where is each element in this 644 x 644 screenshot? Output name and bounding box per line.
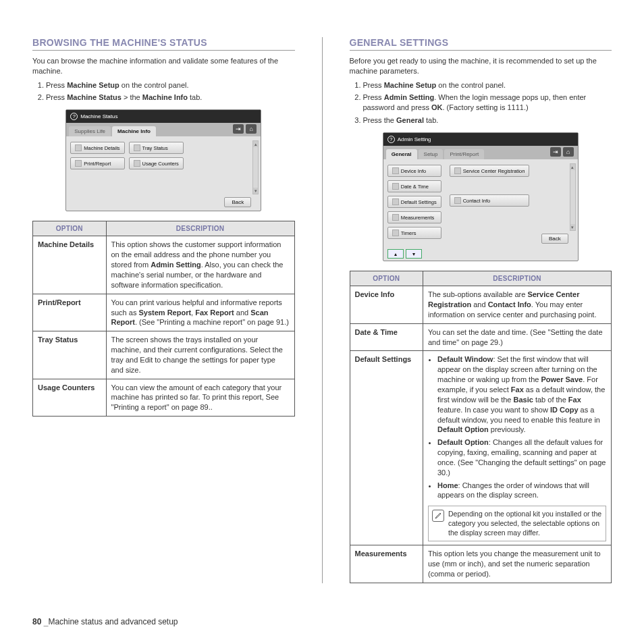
right-intro: Before you get ready to using the machin… <box>350 56 612 76</box>
right-heading: GENERAL SETTINGS <box>350 37 612 51</box>
option-name: Date & Time <box>350 323 423 351</box>
option-name: Default Settings <box>350 351 423 545</box>
tab-machine-info: Machine Info <box>112 126 156 136</box>
th-option: OPTION <box>350 271 423 286</box>
table-row: Default SettingsDefault Window: Set the … <box>350 351 612 545</box>
note-icon <box>432 510 444 522</box>
machine-status-screenshot: ? Machine Status Supplies Life Machine I… <box>65 109 261 211</box>
th-description: DESCRIPTION <box>423 271 612 286</box>
nav-arrows: ▴ ▾ <box>383 247 578 261</box>
scroll-down-icon: ▾ <box>253 188 258 194</box>
back-button: Back <box>541 234 568 244</box>
btn-print-report: Print/Report <box>70 157 124 169</box>
list-item: Press Machine Setup on the control panel… <box>363 80 612 90</box>
ui-title: Machine Status <box>80 113 117 119</box>
btn-tray-status: Tray Status <box>129 142 184 154</box>
footer-title: Machine status and advanced setup <box>48 617 178 626</box>
home-icon: ⌂ <box>246 124 257 134</box>
left-heading: BROWSING THE MACHINE'S STATUS <box>32 37 295 51</box>
ui-titlebar: ? Machine Status <box>66 110 261 123</box>
left-steps: Press Machine Setup on the control panel… <box>32 80 295 103</box>
note-box: Depending on the optional kit you instal… <box>428 506 606 541</box>
btn-timers: Timers <box>387 227 441 239</box>
table-row: Usage CountersYou can view the amount of… <box>33 379 295 417</box>
scrollbar: ▴ ▾ <box>252 140 259 194</box>
list-item: Press the General tab. <box>363 115 612 126</box>
right-column: GENERAL SETTINGS Before you get ready to… <box>350 37 612 583</box>
ui-title: Admin Setting <box>398 136 431 142</box>
page-footer: 80 _Machine status and advanced setup <box>32 617 178 626</box>
btn-usage-counters: Usage Counters <box>129 157 184 169</box>
list-item: Press Admin Setting. When the login mess… <box>363 92 612 113</box>
login-icon: ⇥ <box>233 124 244 134</box>
option-description: This option shows the customer support i… <box>106 236 294 294</box>
option-name: Usage Counters <box>33 379 107 417</box>
option-description: This option lets you change the measurem… <box>423 545 612 583</box>
option-description: You can set the date and time. (See "Set… <box>423 323 612 351</box>
th-option: OPTION <box>33 221 107 236</box>
tab-setup: Setup <box>419 149 444 159</box>
option-name: Measurements <box>350 545 423 583</box>
option-description: You can print various helpful and inform… <box>106 294 294 331</box>
admin-setting-screenshot: ? Admin Setting General Setup Print/Repo… <box>383 132 579 261</box>
option-name: Tray Status <box>33 331 107 379</box>
scroll-down-icon: ▾ <box>570 224 575 230</box>
nav-up-icon: ▴ <box>387 249 404 259</box>
list-item: Press Machine Setup on the control panel… <box>46 80 295 90</box>
table-row: Device InfoThe sub-options available are… <box>350 286 612 324</box>
left-column: BROWSING THE MACHINE'S STATUS You can br… <box>32 37 295 583</box>
left-options-table: OPTION DESCRIPTION Machine DetailsThis o… <box>32 221 295 417</box>
scroll-up-icon: ▴ <box>570 164 575 170</box>
right-steps: Press Machine Setup on the control panel… <box>350 80 612 126</box>
btn-service-center: Service Center Registration <box>450 165 530 177</box>
ui-body: Machine Details Print/Report Tray Status… <box>66 136 261 211</box>
home-icon: ⌂ <box>563 147 574 157</box>
tab-supplies-life: Supplies Life <box>69 126 111 136</box>
scrollbar: ▴ ▾ <box>570 163 576 231</box>
scroll-up-icon: ▴ <box>253 141 258 147</box>
btn-contact-info: Contact Info <box>450 194 530 207</box>
th-description: DESCRIPTION <box>106 221 294 236</box>
help-icon: ? <box>70 113 78 120</box>
table-row: Date & TimeYou can set the date and time… <box>350 323 612 351</box>
page-number: 80 <box>32 617 41 626</box>
option-description: The sub-options available are Service Ce… <box>423 286 612 324</box>
btn-date-time: Date & Time <box>387 180 441 192</box>
ui-tabs: Supplies Life Machine Info ⇥ ⌂ <box>66 123 261 136</box>
tab-general: General <box>386 149 417 159</box>
page-body: BROWSING THE MACHINE'S STATUS You can br… <box>32 37 612 583</box>
option-name: Print/Report <box>33 294 107 331</box>
nav-down-icon: ▾ <box>406 249 422 259</box>
help-icon: ? <box>387 136 395 143</box>
ui-tabs: General Setup Print/Report ⇥ ⌂ <box>383 146 578 159</box>
table-row: Tray StatusThe screen shows the trays in… <box>33 331 295 379</box>
btn-machine-details: Machine Details <box>70 142 124 154</box>
column-divider <box>322 37 323 583</box>
option-description: Default Window: Set the first window tha… <box>423 351 612 545</box>
btn-device-info: Device Info <box>387 165 441 177</box>
table-row: Machine DetailsThis option shows the cus… <box>33 236 295 294</box>
option-description: You can view the amount of each category… <box>106 379 294 417</box>
option-name: Device Info <box>350 286 423 324</box>
ui-titlebar: ? Admin Setting <box>383 133 578 146</box>
ui-body: Device Info Date & Time Default Settings… <box>383 159 578 247</box>
option-name: Machine Details <box>33 236 107 294</box>
back-button: Back <box>224 197 251 207</box>
note-text: Depending on the optional kit you instal… <box>448 510 602 537</box>
left-intro: You can browse the machine information a… <box>32 56 295 76</box>
option-description: The screen shows the trays installed on … <box>106 331 294 379</box>
table-row: MeasurementsThis option lets you change … <box>350 545 612 583</box>
btn-default-settings: Default Settings <box>387 196 441 208</box>
right-options-table: OPTION DESCRIPTION Device InfoThe sub-op… <box>350 271 612 583</box>
login-icon: ⇥ <box>550 147 561 157</box>
btn-measurements: Measurements <box>387 211 441 223</box>
table-row: Print/ReportYou can print various helpfu… <box>33 294 295 331</box>
tab-print-report: Print/Report <box>444 149 484 159</box>
list-item: Press Machine Status > the Machine Info … <box>46 92 295 103</box>
